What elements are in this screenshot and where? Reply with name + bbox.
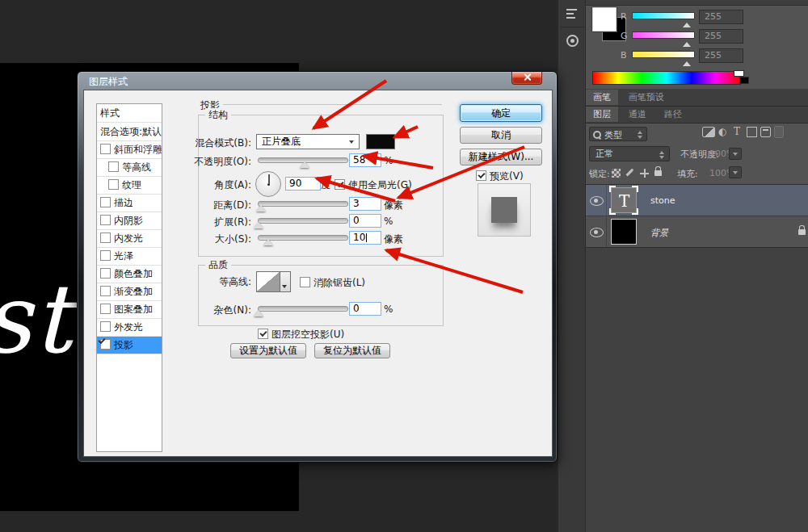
size-field[interactable]: 10 — [349, 231, 381, 245]
cancel-button[interactable]: 取消 — [460, 127, 542, 144]
noise-field[interactable]: 0 — [349, 302, 381, 316]
layer-row-stone[interactable]: T stone — [586, 184, 808, 216]
anti-alias-checkbox[interactable] — [300, 277, 310, 287]
blend-mode-select[interactable]: 正片叠底 — [256, 134, 360, 149]
tab-layers[interactable]: 图层 — [586, 107, 618, 122]
sidebar-item-inner-glow[interactable]: 内发光 — [97, 230, 162, 248]
sidebar-item-color-overlay[interactable]: 颜色叠加 — [97, 266, 162, 283]
lock-position-icon[interactable] — [640, 169, 649, 178]
checkbox[interactable] — [108, 161, 119, 172]
sidebar-item-gradient-overlay[interactable]: 渐变叠加 — [97, 283, 162, 301]
filter-pixel-layers-icon[interactable] — [702, 127, 715, 137]
spectrum-black-swatch[interactable] — [739, 77, 749, 84]
contour-picker-arrow[interactable] — [280, 271, 291, 292]
sidebar-item-texture[interactable]: 纹理 — [97, 177, 162, 195]
sidebar-item-drop-shadow[interactable]: 投影 — [97, 337, 162, 354]
checkbox[interactable] — [100, 286, 111, 296]
opacity-field[interactable]: 58 — [349, 153, 381, 167]
opacity-dropdown-button[interactable] — [729, 148, 742, 160]
close-button[interactable] — [511, 72, 542, 85]
shadow-color-swatch[interactable] — [366, 134, 395, 149]
sidebar-item-blending-options[interactable]: 混合选项:默认 — [97, 123, 162, 141]
noise-slider-thumb[interactable] — [254, 305, 263, 316]
color-spectrum-ramp[interactable] — [592, 71, 741, 85]
sidebar-item-styles[interactable]: 样式 — [97, 104, 162, 123]
eye-icon[interactable] — [590, 228, 604, 237]
blue-slider-thumb[interactable] — [683, 57, 691, 66]
checkbox[interactable] — [100, 339, 111, 350]
checkbox[interactable] — [100, 250, 111, 261]
blend-mode-label: 混合模式(B): — [175, 136, 251, 150]
visibility-well[interactable] — [586, 185, 607, 216]
sidebar-item-pattern-overlay[interactable]: 图案叠加 — [97, 301, 162, 319]
checkbox[interactable] — [100, 144, 111, 154]
noise-slider[interactable] — [258, 306, 348, 312]
blend-mode-dropdown[interactable]: 正常 — [589, 146, 670, 161]
angle-field[interactable]: 90 — [285, 177, 321, 191]
visibility-well[interactable] — [586, 216, 607, 248]
checkbox[interactable] — [100, 304, 111, 314]
filter-type-layers-icon[interactable]: T — [734, 126, 740, 137]
dock-brush-panel-icon[interactable] — [562, 3, 583, 24]
distance-slider-thumb[interactable] — [256, 200, 266, 212]
filter-shape-layers-icon[interactable] — [747, 127, 757, 137]
sidebar-item-contour[interactable]: 等高线 — [97, 159, 162, 177]
green-value-field[interactable]: 255 — [699, 29, 743, 44]
make-default-button[interactable]: 设置为默认值 — [230, 343, 306, 358]
checkbox[interactable] — [100, 215, 111, 225]
layer-name[interactable]: 背景 — [650, 227, 668, 239]
layer-row-background[interactable]: 背景 — [586, 216, 808, 248]
new-style-button[interactable]: 新建样式(W)... — [460, 149, 542, 165]
sidebar-item-outer-glow[interactable]: 外发光 — [97, 319, 162, 337]
dock-clone-source-panel-icon[interactable] — [562, 30, 583, 51]
tab-brush[interactable]: 画笔 — [586, 90, 618, 105]
text-layer-thumbnail[interactable]: T — [611, 187, 637, 213]
red-value-field[interactable]: 255 — [699, 10, 743, 24]
sidebar-item-inner-shadow[interactable]: 内阴影 — [97, 212, 162, 230]
search-icon — [593, 131, 601, 139]
fill-dropdown-button[interactable] — [729, 166, 742, 178]
contour-picker[interactable] — [256, 271, 280, 292]
sidebar-item-satin[interactable]: 光泽 — [97, 248, 162, 266]
foreground-color-swatch[interactable] — [592, 7, 617, 31]
layer-name[interactable]: stone — [650, 195, 675, 206]
distance-slider[interactable] — [258, 201, 348, 207]
size-slider-thumb[interactable] — [263, 234, 273, 245]
preview-checkbox[interactable] — [476, 170, 486, 181]
spectrum-white-swatch[interactable] — [734, 70, 744, 77]
spread-field[interactable]: 0 — [349, 214, 381, 228]
angle-dial[interactable] — [255, 171, 281, 197]
opacity-slider-thumb[interactable] — [300, 157, 309, 168]
reset-default-button[interactable]: 复位为默认值 — [314, 343, 390, 358]
tab-brush-presets[interactable]: 画笔预设 — [621, 90, 671, 105]
green-slider-thumb[interactable] — [683, 38, 691, 47]
checkbox[interactable] — [100, 268, 111, 279]
ok-button[interactable]: 确定 — [460, 104, 542, 122]
spread-label: 扩展(R): — [175, 216, 251, 229]
distance-field[interactable]: 3 — [349, 197, 381, 211]
chevron-down-icon — [349, 140, 354, 146]
lock-all-icon[interactable] — [654, 170, 662, 176]
checkbox[interactable] — [100, 232, 111, 243]
filter-smart-objects-icon[interactable] — [760, 127, 771, 137]
filter-adjustment-layers-icon[interactable]: ◐ — [718, 126, 726, 137]
checkbox[interactable] — [108, 179, 119, 190]
layer-knockout-checkbox[interactable] — [258, 329, 268, 339]
sidebar-item-bevel-emboss[interactable]: 斜面和浮雕 — [97, 141, 162, 159]
background-layer-thumbnail[interactable] — [611, 219, 637, 245]
layer-filter-type-dropdown[interactable]: 类型 — [589, 127, 647, 141]
tab-channels[interactable]: 通道 — [621, 107, 654, 122]
checkbox[interactable] — [100, 197, 111, 207]
spread-slider[interactable] — [258, 218, 348, 224]
red-slider-thumb[interactable] — [683, 19, 691, 27]
tab-paths[interactable]: 路径 — [657, 107, 689, 122]
filter-switch-icon[interactable] — [774, 126, 784, 138]
lock-transparency-icon[interactable] — [612, 169, 621, 178]
eye-icon[interactable] — [590, 196, 604, 206]
blue-value-field[interactable]: 255 — [699, 48, 743, 63]
checkbox[interactable] — [100, 321, 111, 332]
lock-pixels-icon[interactable] — [626, 169, 634, 177]
sidebar-item-stroke[interactable]: 描边 — [97, 195, 162, 212]
use-global-light-checkbox[interactable] — [335, 179, 345, 190]
spread-slider-thumb[interactable] — [254, 217, 263, 228]
